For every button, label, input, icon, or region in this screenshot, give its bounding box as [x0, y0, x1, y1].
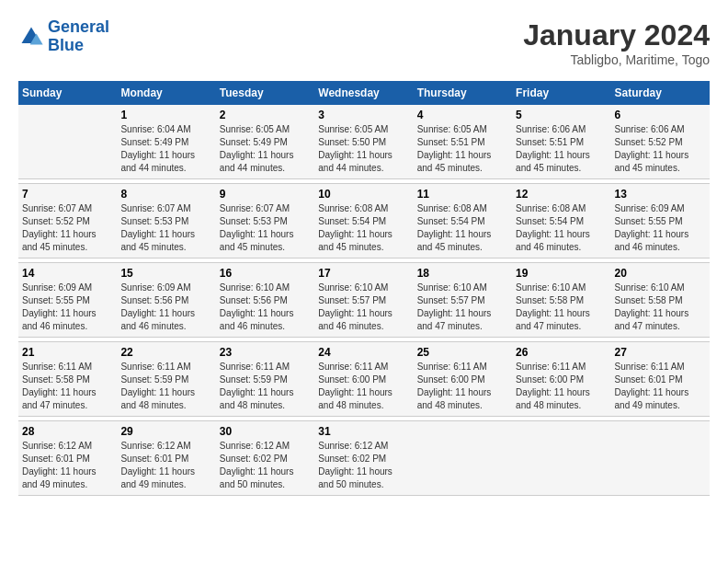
month-title: January 2024 [523, 18, 710, 52]
day-number: 25 [417, 346, 508, 359]
calendar-cell: 19Sunrise: 6:10 AMSunset: 5:58 PMDayligh… [512, 263, 610, 338]
day-number: 9 [220, 188, 311, 201]
day-number: 1 [120, 109, 211, 121]
calendar-cell: 16Sunrise: 6:10 AMSunset: 5:56 PMDayligh… [216, 263, 314, 338]
day-info: Sunrise: 6:07 AMSunset: 5:53 PMDaylight:… [220, 202, 311, 254]
calendar-cell: 9Sunrise: 6:07 AMSunset: 5:53 PMDaylight… [216, 184, 314, 259]
calendar-cell: 29Sunrise: 6:12 AMSunset: 6:01 PMDayligh… [117, 421, 215, 496]
logo: General Blue [18, 18, 109, 55]
day-number: 21 [22, 346, 113, 359]
calendar-cell: 26Sunrise: 6:11 AMSunset: 6:00 PMDayligh… [512, 342, 610, 417]
calendar-cell: 3Sunrise: 6:05 AMSunset: 5:50 PMDaylight… [314, 105, 413, 179]
day-number: 16 [220, 267, 311, 280]
day-number: 20 [615, 267, 706, 280]
day-number: 2 [220, 109, 311, 121]
calendar-cell: 7Sunrise: 6:07 AMSunset: 5:52 PMDaylight… [18, 184, 117, 259]
day-number: 19 [516, 267, 607, 280]
day-info: Sunrise: 6:11 AMSunset: 5:59 PMDaylight:… [220, 361, 311, 412]
day-info: Sunrise: 6:08 AMSunset: 5:54 PMDaylight:… [516, 202, 607, 254]
calendar-cell: 17Sunrise: 6:10 AMSunset: 5:57 PMDayligh… [314, 263, 413, 338]
day-number: 13 [615, 188, 706, 201]
header-sunday: Sunday [18, 81, 117, 105]
week-row-5: 28Sunrise: 6:12 AMSunset: 6:01 PMDayligh… [18, 421, 710, 496]
day-number: 17 [318, 267, 409, 280]
day-number: 10 [318, 188, 409, 201]
calendar-cell: 15Sunrise: 6:09 AMSunset: 5:56 PMDayligh… [117, 263, 215, 338]
day-info: Sunrise: 6:12 AMSunset: 6:01 PMDaylight:… [120, 440, 211, 491]
page-header: General Blue January 2024 Tabligbo, Mari… [18, 18, 710, 67]
calendar-cell: 13Sunrise: 6:09 AMSunset: 5:55 PMDayligh… [611, 184, 710, 259]
calendar-cell: 30Sunrise: 6:12 AMSunset: 6:02 PMDayligh… [216, 421, 314, 496]
day-number: 15 [120, 267, 211, 280]
header-wednesday: Wednesday [314, 81, 413, 105]
calendar-cell: 20Sunrise: 6:10 AMSunset: 5:58 PMDayligh… [611, 263, 710, 338]
day-info: Sunrise: 6:05 AMSunset: 5:50 PMDaylight:… [318, 123, 409, 175]
logo-blue: Blue [48, 36, 84, 54]
day-info: Sunrise: 6:08 AMSunset: 5:54 PMDaylight:… [417, 202, 508, 254]
calendar-cell [414, 421, 512, 496]
day-info: Sunrise: 6:04 AMSunset: 5:49 PMDaylight:… [120, 123, 211, 175]
day-info: Sunrise: 6:09 AMSunset: 5:56 PMDaylight:… [120, 282, 211, 333]
day-info: Sunrise: 6:09 AMSunset: 5:55 PMDaylight:… [615, 202, 706, 254]
day-number: 23 [220, 346, 311, 359]
day-number: 3 [318, 109, 409, 121]
calendar-cell: 31Sunrise: 6:12 AMSunset: 6:02 PMDayligh… [314, 421, 413, 496]
day-number: 24 [318, 346, 409, 359]
calendar-cell: 11Sunrise: 6:08 AMSunset: 5:54 PMDayligh… [414, 184, 512, 259]
day-number: 22 [120, 346, 211, 359]
day-number: 6 [615, 109, 706, 121]
calendar-cell: 5Sunrise: 6:06 AMSunset: 5:51 PMDaylight… [512, 105, 610, 179]
week-row-4: 21Sunrise: 6:11 AMSunset: 5:58 PMDayligh… [18, 342, 710, 417]
day-info: Sunrise: 6:12 AMSunset: 6:01 PMDaylight:… [22, 440, 113, 491]
calendar-cell [18, 105, 117, 179]
day-info: Sunrise: 6:10 AMSunset: 5:58 PMDaylight:… [615, 282, 706, 333]
day-number: 28 [22, 425, 113, 438]
calendar-cell: 22Sunrise: 6:11 AMSunset: 5:59 PMDayligh… [117, 342, 215, 417]
day-number: 4 [417, 109, 508, 121]
header-monday: Monday [117, 81, 215, 105]
calendar-cell: 23Sunrise: 6:11 AMSunset: 5:59 PMDayligh… [216, 342, 314, 417]
calendar-cell: 6Sunrise: 6:06 AMSunset: 5:52 PMDaylight… [611, 105, 710, 179]
day-number: 26 [516, 346, 607, 359]
day-number: 29 [120, 425, 211, 438]
week-row-3: 14Sunrise: 6:09 AMSunset: 5:55 PMDayligh… [18, 263, 710, 338]
week-row-1: 1Sunrise: 6:04 AMSunset: 5:49 PMDaylight… [18, 105, 710, 179]
day-info: Sunrise: 6:05 AMSunset: 5:51 PMDaylight:… [417, 123, 508, 175]
day-info: Sunrise: 6:09 AMSunset: 5:55 PMDaylight:… [22, 282, 113, 333]
calendar-cell: 21Sunrise: 6:11 AMSunset: 5:58 PMDayligh… [18, 342, 117, 417]
logo-text: General Blue [48, 18, 109, 55]
calendar-table: SundayMondayTuesdayWednesdayThursdayFrid… [18, 81, 710, 496]
day-number: 12 [516, 188, 607, 201]
logo-icon [18, 24, 44, 50]
calendar-cell: 25Sunrise: 6:11 AMSunset: 6:00 PMDayligh… [414, 342, 512, 417]
day-number: 11 [417, 188, 508, 201]
week-row-2: 7Sunrise: 6:07 AMSunset: 5:52 PMDaylight… [18, 184, 710, 259]
header-row: SundayMondayTuesdayWednesdayThursdayFrid… [18, 81, 710, 105]
day-number: 8 [120, 188, 211, 201]
calendar-cell: 8Sunrise: 6:07 AMSunset: 5:53 PMDaylight… [117, 184, 215, 259]
title-area: January 2024 Tabligbo, Maritime, Togo [523, 18, 710, 67]
day-info: Sunrise: 6:08 AMSunset: 5:54 PMDaylight:… [318, 202, 409, 254]
day-info: Sunrise: 6:05 AMSunset: 5:49 PMDaylight:… [220, 123, 311, 175]
header-thursday: Thursday [414, 81, 512, 105]
calendar-cell [512, 421, 610, 496]
calendar-cell: 24Sunrise: 6:11 AMSunset: 6:00 PMDayligh… [314, 342, 413, 417]
day-info: Sunrise: 6:11 AMSunset: 6:00 PMDaylight:… [417, 361, 508, 412]
day-info: Sunrise: 6:07 AMSunset: 5:52 PMDaylight:… [22, 202, 113, 254]
day-number: 14 [22, 267, 113, 280]
day-number: 30 [220, 425, 311, 438]
calendar-cell: 27Sunrise: 6:11 AMSunset: 6:01 PMDayligh… [611, 342, 710, 417]
calendar-cell: 18Sunrise: 6:10 AMSunset: 5:57 PMDayligh… [414, 263, 512, 338]
day-info: Sunrise: 6:10 AMSunset: 5:58 PMDaylight:… [516, 282, 607, 333]
day-number: 5 [516, 109, 607, 121]
location: Tabligbo, Maritime, Togo [523, 52, 710, 67]
day-number: 18 [417, 267, 508, 280]
day-info: Sunrise: 6:06 AMSunset: 5:52 PMDaylight:… [615, 123, 706, 175]
day-info: Sunrise: 6:06 AMSunset: 5:51 PMDaylight:… [516, 123, 607, 175]
calendar-cell [611, 421, 710, 496]
day-number: 27 [615, 346, 706, 359]
day-info: Sunrise: 6:10 AMSunset: 5:57 PMDaylight:… [318, 282, 409, 333]
calendar-cell: 10Sunrise: 6:08 AMSunset: 5:54 PMDayligh… [314, 184, 413, 259]
day-info: Sunrise: 6:11 AMSunset: 5:58 PMDaylight:… [22, 361, 113, 412]
header-friday: Friday [512, 81, 610, 105]
